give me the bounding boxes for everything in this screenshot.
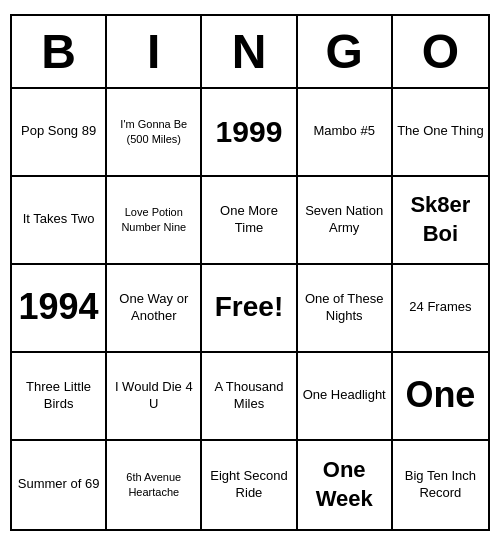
bingo-cell-9: Sk8er Boi xyxy=(393,177,488,265)
bingo-cell-19: One xyxy=(393,353,488,441)
bingo-cell-20: Summer of 69 xyxy=(12,441,107,529)
bingo-header: BINGO xyxy=(12,16,488,89)
bingo-cell-18: One Headlight xyxy=(298,353,393,441)
bingo-grid: Pop Song 89I'm Gonna Be (500 Miles)1999M… xyxy=(12,89,488,529)
bingo-cell-14: 24 Frames xyxy=(393,265,488,353)
bingo-card: BINGO Pop Song 89I'm Gonna Be (500 Miles… xyxy=(10,14,490,531)
bingo-cell-0: Pop Song 89 xyxy=(12,89,107,177)
bingo-letter-o: O xyxy=(393,16,488,87)
bingo-cell-3: Mambo #5 xyxy=(298,89,393,177)
bingo-cell-11: One Way or Another xyxy=(107,265,202,353)
bingo-cell-21: 6th Avenue Heartache xyxy=(107,441,202,529)
bingo-cell-4: The One Thing xyxy=(393,89,488,177)
bingo-cell-2: 1999 xyxy=(202,89,297,177)
bingo-cell-23: One Week xyxy=(298,441,393,529)
bingo-cell-17: A Thousand Miles xyxy=(202,353,297,441)
bingo-letter-g: G xyxy=(298,16,393,87)
bingo-cell-10: 1994 xyxy=(12,265,107,353)
bingo-cell-1: I'm Gonna Be (500 Miles) xyxy=(107,89,202,177)
bingo-cell-7: One More Time xyxy=(202,177,297,265)
bingo-cell-24: Big Ten Inch Record xyxy=(393,441,488,529)
bingo-cell-13: One of These Nights xyxy=(298,265,393,353)
bingo-letter-b: B xyxy=(12,16,107,87)
bingo-cell-6: Love Potion Number Nine xyxy=(107,177,202,265)
bingo-cell-15: Three Little Birds xyxy=(12,353,107,441)
bingo-cell-5: It Takes Two xyxy=(12,177,107,265)
bingo-cell-16: I Would Die 4 U xyxy=(107,353,202,441)
bingo-letter-n: N xyxy=(202,16,297,87)
bingo-cell-22: Eight Second Ride xyxy=(202,441,297,529)
bingo-cell-8: Seven Nation Army xyxy=(298,177,393,265)
bingo-cell-12: Free! xyxy=(202,265,297,353)
bingo-letter-i: I xyxy=(107,16,202,87)
